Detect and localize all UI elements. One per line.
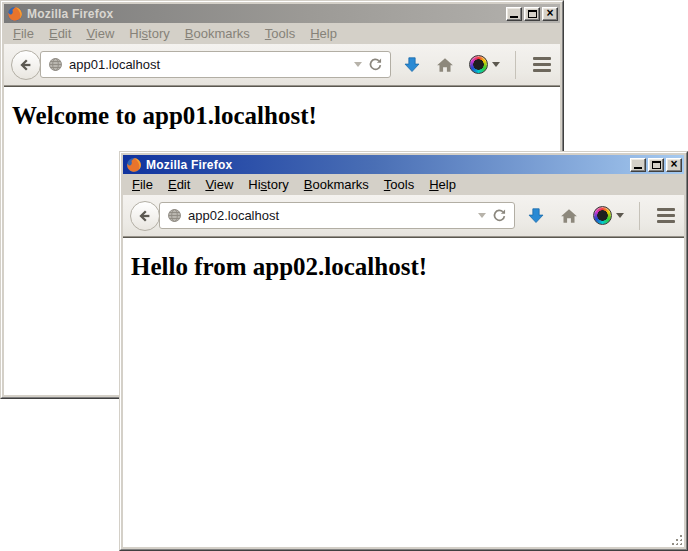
resize-grip[interactable] — [670, 533, 683, 546]
menu-view[interactable]: View — [80, 24, 120, 43]
navigation-toolbar: app02.localhost — [123, 195, 684, 237]
back-arrow-icon — [137, 208, 153, 224]
menu-help[interactable]: Help — [423, 175, 462, 194]
close-icon: × — [670, 159, 677, 169]
menu-bookmarks[interactable]: Bookmarks — [179, 24, 256, 43]
back-button[interactable] — [11, 50, 41, 80]
minimize-icon — [510, 16, 518, 18]
close-button[interactable]: × — [542, 7, 558, 21]
home-button[interactable] — [436, 56, 454, 74]
downloads-button[interactable] — [403, 56, 421, 74]
menu-tools[interactable]: Tools — [378, 175, 420, 194]
download-arrow-icon — [403, 56, 421, 74]
minimize-button[interactable] — [630, 158, 646, 172]
home-button[interactable] — [560, 207, 578, 225]
close-button[interactable]: × — [666, 158, 682, 172]
toolbar-separator — [639, 202, 640, 230]
toolbar-separator — [515, 51, 516, 79]
page-heading: Welcome to app01.localhost! — [12, 102, 552, 130]
url-input[interactable]: app02.localhost — [188, 208, 472, 223]
window-title: Mozilla Firefox — [27, 7, 502, 21]
color-wheel-icon — [469, 55, 488, 74]
reload-icon[interactable] — [492, 208, 507, 223]
chevron-down-icon — [616, 213, 624, 218]
firefox-logo-icon — [7, 6, 23, 22]
open-menu-button[interactable] — [531, 55, 553, 74]
menu-bookmarks[interactable]: Bookmarks — [298, 175, 375, 194]
maximize-button[interactable] — [648, 158, 664, 172]
reload-icon[interactable] — [368, 57, 383, 72]
navigation-toolbar: app01.localhost — [4, 44, 560, 86]
menu-bar: File Edit View History Bookmarks Tools H… — [123, 174, 684, 195]
toolbar-buttons — [403, 51, 553, 79]
back-button[interactable] — [130, 201, 160, 231]
titlebar[interactable]: Mozilla Firefox × — [4, 4, 560, 23]
menu-history[interactable]: History — [242, 175, 294, 194]
maximize-button[interactable] — [524, 7, 540, 21]
addon-button[interactable] — [593, 206, 624, 225]
downloads-button[interactable] — [527, 207, 545, 225]
hamburger-icon — [533, 57, 551, 60]
url-bar[interactable]: app02.localhost — [159, 202, 515, 229]
minimize-icon — [634, 167, 642, 169]
page-content: Hello from app02.localhost! — [123, 237, 684, 547]
close-icon: × — [546, 8, 553, 18]
url-input[interactable]: app01.localhost — [69, 57, 348, 72]
firefox-logo-icon — [126, 157, 142, 173]
home-icon — [560, 207, 578, 225]
menu-tools[interactable]: Tools — [259, 24, 301, 43]
hamburger-icon — [657, 208, 675, 211]
toolbar-buttons — [527, 202, 677, 230]
menu-edit[interactable]: Edit — [162, 175, 196, 194]
menu-edit[interactable]: Edit — [43, 24, 77, 43]
page-heading: Hello from app02.localhost! — [131, 253, 676, 281]
window-title: Mozilla Firefox — [146, 158, 626, 172]
color-wheel-icon — [593, 206, 612, 225]
menu-history[interactable]: History — [123, 24, 175, 43]
menu-view[interactable]: View — [199, 175, 239, 194]
addon-button[interactable] — [469, 55, 500, 74]
home-icon — [436, 56, 454, 74]
maximize-icon — [528, 10, 537, 18]
back-arrow-icon — [18, 57, 34, 73]
menu-file[interactable]: File — [126, 175, 159, 194]
url-dropdown-icon[interactable] — [354, 62, 362, 67]
globe-icon[interactable] — [48, 57, 63, 72]
download-arrow-icon — [527, 207, 545, 225]
minimize-button[interactable] — [506, 7, 522, 21]
open-menu-button[interactable] — [655, 206, 677, 225]
browser-window-app02: Mozilla Firefox × File Edit View History… — [119, 151, 688, 551]
window-frame: Mozilla Firefox × File Edit View History… — [120, 152, 687, 550]
maximize-icon — [652, 161, 661, 169]
url-dropdown-icon[interactable] — [478, 213, 486, 218]
menu-help[interactable]: Help — [304, 24, 343, 43]
menu-file[interactable]: File — [7, 24, 40, 43]
desktop: Mozilla Firefox × File Edit View History… — [0, 0, 688, 551]
globe-icon[interactable] — [167, 208, 182, 223]
url-bar[interactable]: app01.localhost — [40, 51, 391, 78]
titlebar[interactable]: Mozilla Firefox × — [123, 155, 684, 174]
chevron-down-icon — [492, 62, 500, 67]
menu-bar: File Edit View History Bookmarks Tools H… — [4, 23, 560, 44]
